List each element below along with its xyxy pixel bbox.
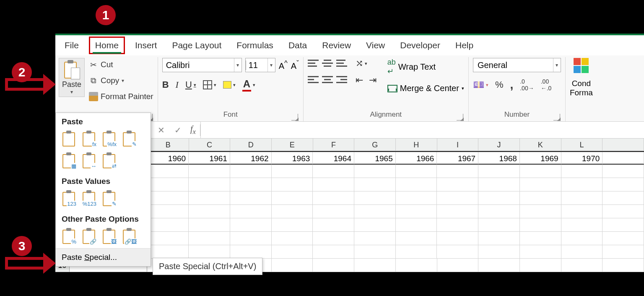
enter-formula-button[interactable]: ✓	[169, 125, 186, 135]
paste-values-number-icon[interactable]: %123	[82, 190, 96, 206]
number-format-select[interactable]: General ▾	[473, 58, 561, 72]
col-header[interactable]: F	[313, 139, 355, 151]
align-middle-button[interactable]	[322, 58, 333, 68]
align-left-button[interactable]	[308, 74, 319, 85]
align-top-button[interactable]	[308, 58, 319, 68]
tab-file[interactable]: File	[60, 38, 84, 53]
col-header[interactable]: C	[189, 139, 231, 151]
conditional-formatting-label1: Cond	[570, 79, 593, 88]
dialog-launcher-icon[interactable]	[553, 114, 560, 120]
decrease-decimal-button[interactable]: .00←.0	[541, 78, 552, 92]
paste-no-borders-icon[interactable]: ▦	[62, 152, 76, 168]
fx-icon[interactable]: fx	[186, 124, 200, 136]
formula-input[interactable]	[200, 122, 644, 138]
wrap-text-button[interactable]: ab↵ Wrap Text	[387, 58, 464, 76]
tab-page-layout[interactable]: Page Layout	[167, 38, 226, 53]
percent-button[interactable]: %	[495, 79, 504, 90]
align-center-button[interactable]	[322, 74, 333, 85]
font-name-select[interactable]: Calibri ▾	[162, 58, 242, 72]
paste-special-menuitem[interactable]: Paste Special...	[56, 248, 151, 266]
col-header[interactable]: H	[396, 139, 437, 151]
tab-view[interactable]: View	[361, 38, 390, 53]
col-header[interactable]: L	[561, 139, 603, 151]
cancel-formula-button[interactable]: ✕	[153, 125, 169, 135]
align-bottom-button[interactable]	[336, 58, 347, 68]
paste-column-width-icon[interactable]: ↔	[82, 152, 96, 168]
decrease-indent-button[interactable]: ⇤	[356, 75, 363, 86]
col-header[interactable]: G	[354, 139, 396, 151]
merge-center-button[interactable]: Merge & Center ▾	[387, 84, 464, 93]
paste-label: Paste	[60, 80, 83, 89]
tab-review[interactable]: Review	[317, 38, 356, 53]
merge-icon	[387, 85, 397, 92]
cell[interactable]: 1962	[230, 152, 272, 165]
font-size-select[interactable]: 11 ▾	[245, 58, 275, 72]
cell[interactable]: 1964	[313, 152, 354, 165]
col-header[interactable]: B	[148, 139, 189, 151]
increase-decimal-button[interactable]: .0.00→	[520, 78, 534, 92]
paste-picture-icon[interactable]: 🖼	[102, 228, 116, 244]
col-header[interactable]: J	[478, 139, 520, 151]
dialog-launcher-icon[interactable]	[457, 114, 463, 120]
col-header[interactable]	[602, 139, 644, 151]
tab-insert[interactable]: Insert	[130, 38, 162, 53]
annotation-badge-1: 1	[96, 5, 116, 25]
conditional-formatting-label2: Forma	[570, 88, 593, 97]
cell[interactable]: 1969	[520, 152, 561, 165]
align-right-button[interactable]	[336, 74, 347, 85]
borders-button[interactable]: ▾	[203, 80, 216, 89]
decrease-font-button[interactable]: Aˇ	[291, 59, 299, 71]
tab-formulas[interactable]: Formulas	[231, 38, 278, 53]
italic-button[interactable]: I	[176, 79, 179, 90]
paste-keep-source-icon[interactable]: ✎	[122, 131, 136, 147]
cell[interactable]	[602, 152, 644, 165]
cell[interactable]: 1965	[354, 152, 396, 165]
cell[interactable]: 1966	[396, 152, 437, 165]
col-header[interactable]: K	[520, 139, 561, 151]
format-painter-button[interactable]: Format Painter	[89, 90, 153, 103]
dialog-launcher-icon[interactable]	[291, 114, 298, 120]
paste-values-source-icon[interactable]: ✎	[102, 190, 116, 206]
bold-button[interactable]: B	[162, 79, 169, 90]
paste-formulas-icon[interactable]: fx	[82, 131, 96, 147]
copy-button[interactable]: ⧉ Copy ▾	[89, 74, 153, 87]
paste-formatting-icon[interactable]: %	[62, 228, 76, 244]
tab-help[interactable]: Help	[450, 38, 478, 53]
col-header[interactable]: I	[437, 139, 479, 151]
orientation-button[interactable]: ⤭ ▾	[356, 58, 377, 69]
cell[interactable]: 1970	[561, 152, 603, 165]
chevron-down-icon[interactable]: ▾	[234, 58, 242, 72]
underline-button[interactable]: U ▾	[185, 79, 196, 90]
cell[interactable]: 1967	[437, 152, 478, 165]
conditional-formatting-icon	[574, 58, 589, 73]
chevron-down-icon[interactable]: ▾	[553, 58, 561, 72]
tooltip: Paste Special (Ctrl+Alt+V)	[153, 258, 262, 275]
cell[interactable]: 1960	[147, 152, 189, 165]
increase-font-button[interactable]: A^	[279, 59, 288, 71]
cut-button[interactable]: ✂ Cut	[89, 58, 153, 71]
comma-button[interactable]: ,	[510, 78, 513, 92]
paste-all-icon[interactable]	[62, 131, 76, 147]
paste-linked-picture-icon[interactable]: 🔗🖼	[122, 228, 136, 244]
group-label-font: Font	[223, 110, 238, 118]
tab-data[interactable]: Data	[283, 38, 312, 53]
paste-button[interactable]: Paste ▾	[59, 58, 85, 97]
paste-values-icon[interactable]: 123	[62, 190, 76, 206]
chevron-down-icon[interactable]: ▾	[267, 58, 275, 72]
fill-color-button[interactable]: ▾	[223, 81, 236, 89]
col-header[interactable]: D	[230, 139, 272, 151]
tab-developer[interactable]: Developer	[395, 38, 445, 53]
tab-home[interactable]: Home	[89, 37, 125, 54]
paste-link-icon[interactable]: 🔗	[82, 228, 96, 244]
paste-formulas-number-icon[interactable]: %fx	[102, 131, 116, 147]
cell[interactable]: 1961	[189, 152, 230, 165]
increase-indent-button[interactable]: ⇥	[369, 75, 377, 86]
font-color-button[interactable]: A▾	[242, 78, 255, 92]
chevron-down-icon[interactable]: ▾	[122, 78, 124, 84]
cell[interactable]: 1968	[478, 152, 520, 165]
paste-transpose-icon[interactable]: ⇄	[102, 152, 116, 168]
accounting-format-button[interactable]: 💷 ▾	[473, 79, 488, 90]
chevron-down-icon[interactable]: ▾	[60, 89, 83, 95]
col-header[interactable]: E	[272, 139, 313, 151]
cell[interactable]: 1963	[272, 152, 313, 165]
